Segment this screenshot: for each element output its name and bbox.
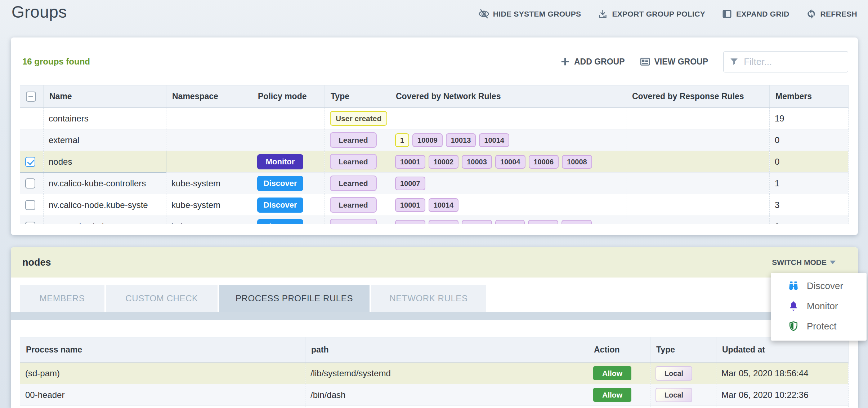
switch-mode-button[interactable]: SWITCH MODE <box>772 258 836 267</box>
group-policy-mode-cell: Discover <box>252 194 325 216</box>
header-action-export-group-policy[interactable]: EXPORT GROUP POLICY <box>598 9 705 19</box>
row-checkbox-cell <box>20 151 44 173</box>
detail-tabs: MEMBERSCUSTOM CHECKPROCESS PROFILE RULES… <box>20 285 486 312</box>
group-name-cell: nodes <box>44 151 166 173</box>
switch-mode-label: SWITCH MODE <box>772 258 827 267</box>
network-rule-badge: 10007 <box>395 220 425 225</box>
process-row[interactable]: 00-header/bin/dashAllowLocalMar 06, 2020… <box>20 384 849 406</box>
column-header-type[interactable]: Type <box>325 85 390 108</box>
network-rules-cell: 1000110014 <box>390 194 626 216</box>
row-checkbox-cell <box>20 129 44 151</box>
group-row[interactable]: containersUser created19 <box>20 108 849 129</box>
network-rule-badge: 10006 <box>529 155 559 169</box>
view-group-button[interactable]: VIEW GROUP <box>640 56 708 67</box>
bell-icon <box>788 301 799 311</box>
chevron-down-icon <box>830 261 836 264</box>
process-column-header-type[interactable]: Type <box>650 337 716 363</box>
row-checkbox[interactable] <box>25 178 35 189</box>
process-column-header-updated-at[interactable]: Updated at <box>716 337 849 363</box>
tab-members[interactable]: MEMBERS <box>20 285 104 312</box>
members-cell: 3 <box>770 194 849 216</box>
page-title: Groups <box>12 2 67 22</box>
network-rules-cell: 1100091001310014 <box>390 129 626 151</box>
mode-menu-item-monitor[interactable]: Monitor <box>771 296 867 316</box>
network-rule-badge: 10004 <box>495 155 525 169</box>
mode-menu-label: Monitor <box>807 301 838 312</box>
groups-card: 16 groups found ADD GROUP VIEW GROUP Nam… <box>11 37 858 235</box>
header-action-expand-grid[interactable]: EXPAND GRID <box>722 9 789 19</box>
process-row[interactable]: (sd-pam)/lib/systemd/systemdAllowLocalMa… <box>20 363 849 384</box>
view-group-label: VIEW GROUP <box>654 57 708 67</box>
header-action-refresh[interactable]: REFRESH <box>806 9 857 19</box>
members-cell: 0 <box>770 216 849 225</box>
group-row[interactable]: nv.calico-kube-controllerskube-systemDis… <box>20 173 849 194</box>
column-header-members[interactable]: Members <box>770 85 849 108</box>
group-row[interactable]: nodesMonitorLearned100011000210003100041… <box>20 151 849 173</box>
column-header-policy-mode[interactable]: Policy mode <box>252 85 325 108</box>
group-name-cell: nv.calico-node.kube-syste <box>44 194 166 216</box>
column-header-covered-by-network-rules[interactable]: Covered by Network Rules <box>390 85 626 108</box>
process-name-cell <box>20 406 305 408</box>
network-rule-badge: 10013 <box>446 133 476 147</box>
group-type-badge: Learned <box>330 219 377 224</box>
action-allow-badge: Allow <box>593 366 631 380</box>
select-all-checkbox[interactable] <box>26 92 36 102</box>
network-rule-badge: 10001 <box>395 155 425 169</box>
mode-menu-item-discover[interactable]: Discover <box>771 276 867 296</box>
tab-network-rules[interactable]: NETWORK RULES <box>371 285 486 312</box>
filter-input[interactable] <box>744 56 842 67</box>
network-rule-badge: 10009 <box>412 133 443 147</box>
column-header-name[interactable]: Name <box>44 85 166 108</box>
add-group-button[interactable]: ADD GROUP <box>560 56 625 67</box>
group-row[interactable]: nv.coredns.kube-systekube-systeDiscoverL… <box>20 216 849 225</box>
process-column-header-process-name[interactable]: Process name <box>20 337 305 363</box>
group-namespace-cell <box>166 129 252 151</box>
process-row[interactable]: AllowLocal <box>20 406 849 408</box>
column-header-namespace[interactable]: Namespace <box>166 85 252 108</box>
network-rule-badge: 10014 <box>429 198 459 212</box>
group-namespace-cell: kube-system <box>166 173 252 194</box>
process-profile-table: Process namepathActionTypeUpdated at (sd… <box>20 337 849 408</box>
row-checkbox[interactable] <box>25 157 35 167</box>
mode-menu-item-protect[interactable]: Protect <box>771 316 867 336</box>
group-policy-mode-cell <box>252 108 325 129</box>
policy-mode-badge: Discover <box>257 176 303 191</box>
process-path-cell: /bin/dash <box>305 384 588 406</box>
process-action-cell: Allow <box>588 363 650 384</box>
group-row[interactable]: nv.calico-node.kube-systekube-systemDisc… <box>20 194 849 216</box>
group-name-cell: external <box>44 129 166 151</box>
process-name-cell: 00-header <box>20 384 305 406</box>
process-path-cell <box>305 406 588 408</box>
shield-icon <box>788 321 799 332</box>
response-rules-cell <box>626 194 770 216</box>
group-type-badge: User created <box>330 111 387 126</box>
group-namespace-cell: kube-system <box>166 194 252 216</box>
response-rules-cell <box>626 151 770 173</box>
row-checkbox-cell <box>20 173 44 194</box>
group-type-cell: Learned <box>325 129 390 151</box>
response-rules-cell <box>626 129 770 151</box>
process-updated-cell: Mar 06, 2020 10:22:36 <box>716 384 849 406</box>
row-checkbox[interactable] <box>25 200 35 210</box>
column-header-covered-by-response-rules[interactable]: Covered by Response Rules <box>626 85 770 108</box>
network-rules-cell: 100011000210003100041000610008 <box>390 151 626 173</box>
group-type-badge: Learned <box>330 154 377 169</box>
header-action-label: EXPORT GROUP POLICY <box>612 10 705 18</box>
policy-mode-badge: Monitor <box>257 154 303 169</box>
header-action-hide-system-groups[interactable]: HIDE SYSTEM GROUPS <box>479 9 581 19</box>
tab-process-profile-rules[interactable]: PROCESS PROFILE RULES <box>219 285 370 312</box>
network-rule-badge: 1 <box>395 133 409 147</box>
mode-menu-label: Protect <box>807 321 836 332</box>
group-name-cell: containers <box>44 108 166 129</box>
action-allow-badge: Allow <box>593 388 631 402</box>
network-rule-badge: 10008 <box>562 155 592 169</box>
row-checkbox[interactable] <box>25 222 35 224</box>
detail-panel-title: nodes <box>22 257 51 268</box>
tab-custom-check[interactable]: CUSTOM CHECK <box>106 285 218 312</box>
process-column-header-path[interactable]: path <box>305 337 588 363</box>
process-column-header-action[interactable]: Action <box>588 337 650 363</box>
group-row[interactable]: externalLearned11000910013100140 <box>20 129 849 151</box>
groups-toolbar-right: ADD GROUP VIEW GROUP <box>560 51 848 72</box>
members-cell: 0 <box>770 129 849 151</box>
header-action-label: HIDE SYSTEM GROUPS <box>493 10 581 18</box>
